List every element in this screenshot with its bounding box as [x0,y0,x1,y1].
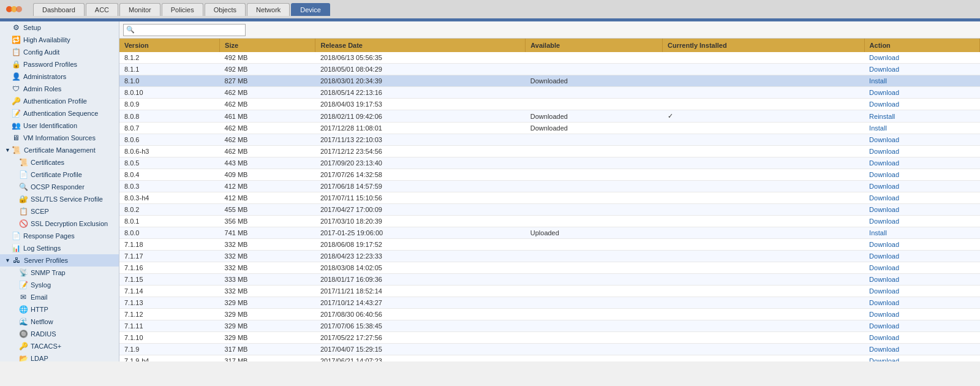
action-link-8.0.4[interactable]: Download [869,171,899,178]
search-input[interactable] [137,26,243,34]
action-cell[interactable]: Download [864,181,979,192]
action-cell[interactable]: Download [864,274,979,286]
action-link-8.1.1[interactable]: Download [869,66,899,73]
sidebar-item-admin-roles[interactable]: 🛡Admin Roles [0,83,119,95]
available-cell [526,169,663,181]
action-link-7.1.9-h4[interactable]: Download [869,357,899,361]
action-link-7.1.16[interactable]: Download [869,264,899,271]
col-header-action: Action [864,39,979,52]
action-cell[interactable]: Download [864,87,979,99]
action-cell[interactable]: Install [864,227,979,239]
action-link-8.0.7[interactable]: Install [869,124,887,132]
action-link-8.0.5[interactable]: Download [869,159,899,167]
tab-acc[interactable]: ACC [86,3,118,16]
vm-icon: 🖥 [11,133,21,143]
action-cell[interactable]: Download [864,99,979,110]
sidebar-item-snmp-trap[interactable]: 📡SNMP Trap [0,267,119,279]
action-link-7.1.13[interactable]: Download [869,299,899,306]
action-link-8.0.1[interactable]: Download [869,218,899,225]
tab-dashboard[interactable]: Dashboard [33,3,85,16]
action-cell[interactable]: Download [864,251,979,262]
table-row: 7.1.10329 MB2017/05/22 17:27:56Download [119,332,980,344]
sidebar-item-http[interactable]: 🌐HTTP [0,303,119,316]
action-cell[interactable]: Download [864,286,979,297]
action-link-7.1.11[interactable]: Download [869,322,899,330]
action-cell[interactable]: Download [864,146,979,157]
sidebar-item-vm-information-sources[interactable]: 🖥VM Information Sources [0,132,119,144]
action-link-8.0.9[interactable]: Download [869,100,899,108]
tab-policies[interactable]: Policies [162,3,203,16]
action-cell[interactable]: Download [864,157,979,169]
sidebar-label-high-availability: High Availability [23,36,70,44]
action-cell[interactable]: Install [864,75,979,87]
action-link-7.1.18[interactable]: Download [869,241,899,248]
action-cell[interactable]: Install [864,123,979,134]
sidebar-item-administrators[interactable]: 👤Administrators [0,70,119,83]
sidebar-item-ocsp-responder[interactable]: 🔍OCSP Responder [0,181,119,193]
action-link-8.0.10[interactable]: Download [869,89,899,96]
action-link-8.0.0[interactable]: Install [869,229,887,237]
action-cell[interactable]: Download [864,204,979,216]
sidebar-item-certificates[interactable]: 📜Certificates [0,156,119,168]
sidebar-item-certificate-management[interactable]: ▼📜Certificate Management [0,144,119,156]
action-cell[interactable]: Download [864,262,979,274]
action-cell[interactable]: Download [864,320,979,332]
sidebar-item-server-profiles[interactable]: ▼🖧Server Profiles [0,254,119,267]
sidebar-item-ssl-tls-service-profile[interactable]: 🔐SSL/TLS Service Profile [0,193,119,205]
sidebar-item-ssl-decryption-exclusion[interactable]: 🚫SSL Decryption Exclusion [0,218,119,230]
sidebar-item-setup[interactable]: ⚙Setup [0,21,119,34]
action-cell[interactable]: Download [864,52,979,64]
action-link-7.1.9[interactable]: Download [869,346,899,353]
sidebar-item-scep[interactable]: 📋SCEP [0,205,119,218]
sidebar-item-netflow[interactable]: 🌊Netflow [0,316,119,328]
tab-network[interactable]: Network [247,3,290,16]
search-box[interactable]: 🔍 [123,24,246,36]
action-link-7.1.17[interactable]: Download [869,252,899,260]
currently_installed-cell [663,344,865,355]
action-link-7.1.14[interactable]: Download [869,287,899,295]
action-link-7.1.12[interactable]: Download [869,311,899,318]
sidebar-item-ldap[interactable]: 📂LDAP [0,352,119,361]
sidebar-item-log-settings[interactable]: 📊Log Settings [0,242,119,254]
action-link-8.0.3-h4[interactable]: Download [869,194,899,202]
sidebar-item-password-profiles[interactable]: 🔒Password Profiles [0,58,119,70]
action-link-7.1.15[interactable]: Download [869,276,899,283]
sidebar-item-authentication-sequence[interactable]: 📝Authentication Sequence [0,107,119,119]
action-cell[interactable]: Download [864,297,979,309]
cert-icon: 📜 [12,145,21,155]
sidebar-item-radius[interactable]: 🔘RADIUS [0,328,119,340]
action-link-8.0.8[interactable]: Reinstall [869,113,895,120]
sidebar-label-email: Email [31,293,48,301]
action-link-8.0.6-h3[interactable]: Download [869,148,899,155]
sidebar-item-tacacs+[interactable]: 🔑TACACS+ [0,340,119,352]
action-cell[interactable]: Download [864,169,979,181]
sidebar-item-authentication-profile[interactable]: 🔑Authentication Profile [0,95,119,107]
action-cell[interactable]: Reinstall [864,110,979,123]
action-link-7.1.10[interactable]: Download [869,334,899,341]
action-cell[interactable]: Download [864,192,979,204]
tab-monitor[interactable]: Monitor [119,3,160,16]
sidebar-item-syslog[interactable]: 📝Syslog [0,279,119,291]
sidebar-item-high-availability[interactable]: 🔁High Availability [0,34,119,46]
action-link-8.0.2[interactable]: Download [869,206,899,213]
action-cell[interactable]: Download [864,216,979,227]
action-cell[interactable]: Download [864,64,979,75]
action-link-8.1.0[interactable]: Install [869,77,887,85]
action-cell[interactable]: Download [864,239,979,251]
sidebar-item-response-pages[interactable]: 📄Response Pages [0,230,119,242]
action-cell[interactable]: Download [864,344,979,355]
sidebar-item-email[interactable]: ✉Email [0,291,119,303]
action-link-8.0.6[interactable]: Download [869,136,899,143]
action-cell[interactable]: Download [864,355,979,362]
action-cell[interactable]: Download [864,134,979,146]
action-link-8.1.2[interactable]: Download [869,54,899,61]
sidebar-item-config-audit[interactable]: 📋Config Audit [0,46,119,58]
table-row: 7.1.9-h4317 MB2017/06/21 14:07:23Downloa… [119,355,980,362]
action-cell[interactable]: Download [864,332,979,344]
tab-device[interactable]: Device [291,3,330,16]
sidebar-item-certificate-profile[interactable]: 📄Certificate Profile [0,168,119,181]
action-cell[interactable]: Download [864,309,979,320]
action-link-8.0.3[interactable]: Download [869,183,899,190]
tab-objects[interactable]: Objects [205,3,246,16]
sidebar-item-user-identification[interactable]: 👥User Identification [0,119,119,132]
